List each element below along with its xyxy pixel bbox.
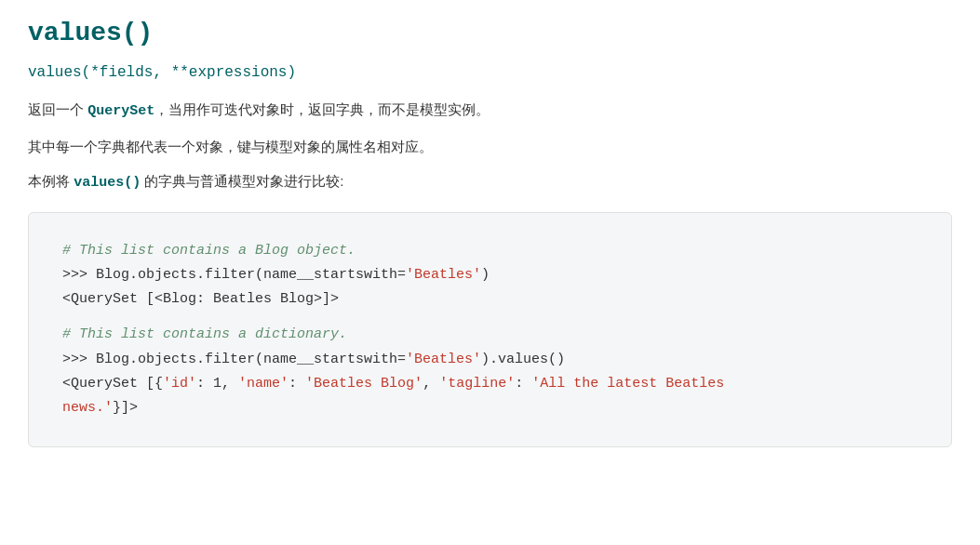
output-val2: 'Beatles Blog' [305, 376, 423, 392]
description-1: 返回一个 QuerySet，当用作可迭代对象时，返回字典，而不是模型实例。 [28, 98, 952, 124]
function-signature: values(*fields, **expressions) [28, 64, 952, 81]
string-2: 'Beatles' [406, 352, 481, 367]
code-end-2: ).values() [481, 352, 565, 367]
code-main-1: Blog.objects.filter(name__startswith= [96, 267, 406, 283]
output-end: }]> [113, 400, 138, 416]
output-val3: 'All the latest Beatles [531, 376, 724, 392]
output-2-start: <QuerySet [{ [62, 376, 163, 392]
code-main-2: Blog.objects.filter(name__startswith= [96, 352, 406, 367]
output-key1: 'id' [163, 376, 196, 392]
description-2: 其中每一个字典都代表一个对象，键与模型对象的属性名相对应。 [28, 135, 952, 159]
comment-2: # This list contains a dictionary. [62, 323, 918, 347]
output-key3: 'tagline' [439, 376, 515, 392]
queryset-code-1: QuerySet [87, 103, 154, 119]
output-3: news.'}]> [62, 396, 918, 420]
output-sep3: , [423, 376, 439, 392]
output-val3-end: news.' [62, 400, 113, 416]
signature-text: values(*fields, **expressions) [28, 64, 296, 81]
prompt-2: >>> [62, 352, 96, 367]
page-title: values() [28, 19, 952, 47]
values-code-inline: values() [74, 175, 141, 191]
output-sep1: : 1, [196, 376, 238, 392]
code-line-1: >>> Blog.objects.filter(name__startswith… [62, 263, 918, 287]
prompt-1: >>> [62, 267, 96, 283]
comment-1: # This list contains a Blog object. [62, 239, 918, 263]
description-3: 本例将 values() 的字典与普通模型对象进行比较: [28, 169, 952, 195]
output-key2: 'name' [238, 376, 289, 392]
code-end-1: ) [481, 267, 490, 283]
code-block: # This list contains a Blog object. >>> … [28, 212, 952, 448]
output-2: <QuerySet [{'id': 1, 'name': 'Beatles Bl… [62, 372, 918, 396]
string-1: 'Beatles' [406, 267, 481, 283]
output-sep4: : [515, 376, 531, 392]
output-sep2: : [289, 376, 305, 392]
code-line-2: >>> Blog.objects.filter(name__startswith… [62, 348, 918, 372]
blank-line [62, 312, 918, 323]
output-1: <QuerySet [<Blog: Beatles Blog>]> [62, 287, 918, 312]
